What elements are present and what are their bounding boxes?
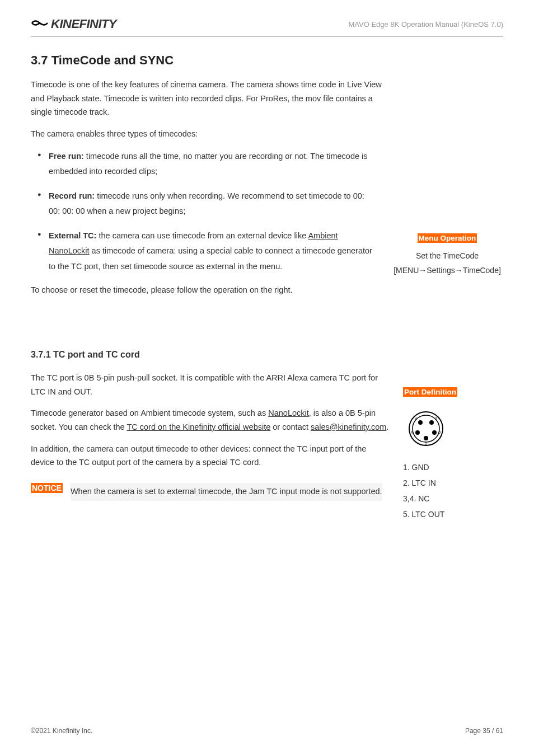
pin-34: 3,4. NC <box>403 491 498 506</box>
main-column: Free run: timecode runs all the time, no… <box>31 149 377 305</box>
page-footer: ©2021 Kinefinity Inc. Page 35 / 61 <box>31 727 503 735</box>
list-label: Free run: <box>49 152 84 161</box>
logo-text: KINEFINITY <box>51 17 116 31</box>
subsection-p2: Timecode generator based on Ambient time… <box>31 406 389 434</box>
sales-email-link[interactable]: sales@kinefinity.com <box>311 422 386 431</box>
after-bullets-paragraph: To choose or reset the timecode, please … <box>31 283 377 297</box>
logo: KINEFINITY <box>31 17 116 31</box>
notice-badge: NOTICE <box>31 483 63 493</box>
section-title: 3.7 TimeCode and SYNC <box>31 53 503 68</box>
notice-row: NOTICE When the camera is set to externa… <box>31 483 389 501</box>
logo-swoosh-icon <box>31 17 49 31</box>
list-text-before: the camera can use timecode from an exte… <box>96 231 308 240</box>
subsection-title: 3.7.1 TC port and TC cord <box>31 350 503 360</box>
list-item-record-run: Record run: timecode runs only when reco… <box>49 189 377 219</box>
page-header: KINEFINITY MAVO Edge 8K Operation Manual… <box>31 17 503 36</box>
svg-text:5: 5 <box>411 431 413 435</box>
svg-point-3 <box>432 430 437 435</box>
list-item-external-tc: External TC: the camera can use timecode… <box>49 228 377 275</box>
sidebar-port-definition: Port Definition 1 2 3 4 5 1. GND 2. LTC … <box>403 371 498 522</box>
menu-operation-label: Menu Operation <box>418 233 477 243</box>
sidebar-menu-operation: Menu Operation Set the TimeCode [MENU→Se… <box>391 149 503 278</box>
pin-5: 5. LTC OUT <box>403 506 498 522</box>
intro-paragraph-2: The camera enables three types of timeco… <box>31 127 389 141</box>
svg-point-4 <box>429 420 434 425</box>
tc-cord-link[interactable]: TC cord on the Kinefinity official websi… <box>127 422 270 431</box>
footer-page-number: Page 35 / 61 <box>465 727 503 735</box>
pin-list: 1. GND 2. LTC IN 3,4. NC 5. LTC OUT <box>403 459 498 522</box>
port-diagram-icon: 1 2 3 4 5 <box>406 409 498 450</box>
intro-paragraph-1: Timecode is one of the key features of c… <box>31 78 389 119</box>
header-subtitle: MAVO Edge 8K Operation Manual (KineOS 7.… <box>348 20 503 29</box>
list-text: timecode runs only when recording. We re… <box>49 191 364 216</box>
list-item-free-run: Free run: timecode runs all the time, no… <box>49 149 377 180</box>
p2-after: . <box>386 422 388 431</box>
svg-point-6 <box>415 430 420 435</box>
svg-text:1: 1 <box>425 442 427 445</box>
list-text-after: as timecode of camera: using a special c… <box>49 246 372 271</box>
notice-text: When the camera is set to external timec… <box>71 483 382 501</box>
subsection-main-column: The TC port is 0B 5-pin push-pull socket… <box>31 371 389 501</box>
list-text: timecode runs all the time, no matter yo… <box>49 152 368 176</box>
svg-text:2: 2 <box>439 431 441 435</box>
nanolockit-link[interactable]: NanoLockit <box>268 408 309 417</box>
list-label: Record run: <box>49 191 95 200</box>
timecode-types-list: Free run: timecode runs all the time, no… <box>31 149 377 275</box>
subsection-p1: The TC port is 0B 5-pin push-pull socket… <box>31 371 389 398</box>
p2-before: Timecode generator based on Ambient time… <box>31 408 268 417</box>
svg-point-2 <box>424 436 428 440</box>
svg-text:3: 3 <box>435 417 437 421</box>
pin-2: 2. LTC IN <box>403 475 498 491</box>
content-two-column: Free run: timecode runs all the time, no… <box>31 149 503 305</box>
menu-operation-line1: Set the TimeCode <box>391 248 503 264</box>
pin-1: 1. GND <box>403 459 498 475</box>
menu-operation-line2: [MENU→Settings→TimeCode] <box>391 263 503 278</box>
svg-point-5 <box>418 420 423 425</box>
port-definition-label: Port Definition <box>403 387 457 397</box>
subsection-two-column: The TC port is 0B 5-pin push-pull socket… <box>31 371 503 522</box>
svg-text:4: 4 <box>415 417 417 421</box>
subsection-p3: In addition, the camera can output timec… <box>31 442 389 469</box>
footer-copyright: ©2021 Kinefinity Inc. <box>31 727 92 735</box>
list-label: External TC: <box>49 231 96 240</box>
p2-mid2: or contact <box>270 422 311 431</box>
